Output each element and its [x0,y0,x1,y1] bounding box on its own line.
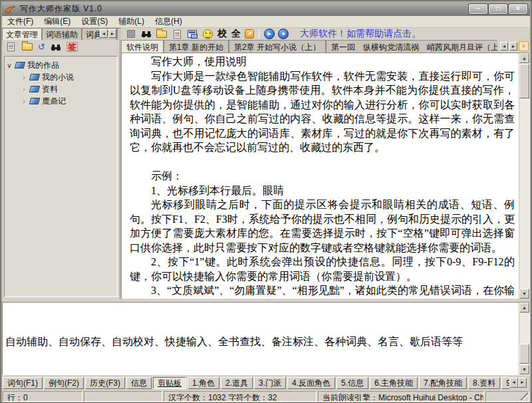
help-link[interactable]: 大师软件！如需帮助请点击。 [300,28,421,40]
stop-speech-icon[interactable]: ■ [278,29,289,39]
menu-settings[interactable]: 设置(S) [76,15,113,28]
open-folder-icon[interactable] [156,29,168,39]
doc-tab-software-manual[interactable]: 软件说明 [121,40,164,53]
refresh-icon[interactable]: ↺ [38,43,45,52]
hint-scrollbar[interactable]: ▲ ▼ [519,303,529,374]
book-icon [29,98,40,104]
tree-root-my-works[interactable]: ∨ 我的作品 [6,59,116,71]
tree-item-my-novel[interactable]: › 我的小说 [6,71,116,83]
maximize-button[interactable]: □ [489,4,507,14]
tab-toolbar-row: 文章管理 词语辅助 词典 F4 联 ◄ ► 校 全 ↗ ▶ ■ 大师软件！如需帮… [2,28,530,40]
shortcut-icon[interactable]: ↗ [245,29,254,39]
document-editor[interactable]: 写作大师，使用说明 写作大师是一款绿色智能辅助写作软件，软件无需安装，直接运行即… [121,53,530,299]
scrollbar-thumb[interactable] [519,344,529,364]
tree-item-materials[interactable]: › 资料 [6,83,116,95]
btab-7-support-skills[interactable]: 7.配角技能 [419,377,467,389]
window-title: 写作大师作家版 V1.0 [20,3,102,15]
play-speech-icon[interactable]: ▶ [264,29,275,39]
menu-file[interactable]: 文件(F) [2,15,39,28]
left-panel: ↺ 签 ∨ 我的作品 › 我的小说 › 资料 › [2,40,120,299]
tree-item-label: 鹿鼎记 [42,96,66,107]
sidebar-tabs-scroll-left-icon[interactable]: ◄ [100,29,108,38]
tree-root-label: 我的作品 [27,60,59,71]
tab-word-assist[interactable]: 词语辅助 [42,28,82,40]
new-document-icon[interactable] [5,42,17,53]
status-line-info: 行：0 [3,391,82,402]
doc-paragraph: 写作大师是一款绿色智能辅助写作软件，软件无需安装，直接运行即可，你可以复制到U盘… [130,69,515,155]
menu-assist[interactable]: 辅助(L) [113,15,150,28]
doc-paragraph: 1、光标移到本行最后。眼睛 [130,184,515,198]
book-icon [29,74,40,80]
menu-info[interactable]: 信息(H) [150,15,188,28]
minimize-button[interactable]: – [469,4,487,14]
btab-9-common[interactable]: 9.常用 [501,377,509,389]
doc-tab-chapter1[interactable]: 第1章 新的开始 [164,40,229,53]
status-char-counts: 汉字个数：1032 字符个数：32 [164,391,317,402]
tree-item-label: 我的小说 [42,72,74,83]
title-bar[interactable]: 写作大师作家版 V1.0 – □ × [2,2,530,16]
status-empty-panel [84,391,162,402]
document-tab-strip: 软件说明 第1章 新的开始 第2章 开始写小说（上） 第一回 纵横钩党清流祸 峭… [121,40,530,53]
tab-article-manage[interactable]: 文章管理 [2,28,42,40]
document-scrollbar[interactable]: ▲ ▼ [519,53,529,299]
btab-1-roles[interactable]: 1.角色 [188,377,219,389]
tree-collapsed-icon[interactable]: › [21,86,27,93]
menu-edit[interactable]: 编辑(E) [39,15,76,28]
tree-collapsed-icon[interactable]: › [21,74,27,81]
tree-expanded-icon[interactable]: ∨ [6,62,13,69]
doc-tab-hui1[interactable]: 第一回 纵横钩党清流祸 峭茜风期月旦评（上） [326,40,497,53]
btab-2-props[interactable]: 2.道具 [221,377,253,389]
status-bar: 行：0 汉字个数：1032 字符个数：32 当前朗读引擎：Microsoft H… [2,390,530,402]
window-panes-icon[interactable] [186,29,198,39]
find-binoculars-icon[interactable] [50,42,62,53]
bottom-tab-bar: 词句(F1) 例句(F2) 历史(F3) 信息 剪贴板 1.角色 2.道具 3.… [2,375,530,390]
btab-clipboard[interactable]: 剪贴板 [153,377,186,389]
btab-3-sects[interactable]: 3.门派 [254,377,286,389]
status-tts-engine: 当前朗读引擎：Microsoft Huihui Desktop - Chines… [318,391,484,402]
sign-stamp-icon[interactable]: 签 [66,42,78,52]
scroll-down-icon[interactable]: ▼ [519,289,529,299]
sidebar-tabs-scroll-right-icon[interactable]: ► [108,29,116,38]
doc-paragraph: 光标移到眼睛之后时，下面的提示区将会提示和眼睛相关的成语、短语、例句。按下F1、… [130,198,515,255]
proofread-button[interactable]: 校 [217,28,227,40]
btab-4-villains[interactable]: 4.反面角色 [287,377,335,389]
btab-info[interactable]: 信息 [126,377,152,389]
doc-tabs-scroll-right-icon[interactable]: ► [509,42,517,51]
tree-item-ludingji[interactable]: › 鹿鼎记 [6,95,116,107]
scroll-up-icon[interactable]: ▲ [519,303,529,313]
scroll-down-icon[interactable]: ▼ [519,364,529,374]
scroll-up-icon[interactable]: ▲ [519,53,529,63]
close-tab-icon[interactable]: × [519,41,529,51]
document-text[interactable]: 写作大师，使用说明 写作大师是一款绿色智能辅助写作软件，软件无需安装，直接运行即… [122,53,519,299]
btab-phrases-f1[interactable]: 词句(F1) [3,377,43,389]
doc-tab-chapter2[interactable]: 第2章 开始写小说（上） [229,40,326,53]
doc-paragraph: 2、按下“1”键。此时系统会弹出预设的快捷信息。同理，按下0-9、F9-F12的… [130,255,515,283]
placeholder-box-icon [125,29,137,39]
btab-examples-f2[interactable]: 例句(F2) [44,377,84,389]
btab-history-f3[interactable]: 历史(F3) [85,377,125,389]
works-tree: ∨ 我的作品 › 我的小说 › 资料 › 鹿鼎记 [4,56,118,297]
doc-paragraph: 3、“文质斌斌”、“勿庸置疑”、“相形见黜”，诸如此类的常见错误词语，在你输入的… [130,283,515,299]
bottom-tabs-scroll-right-icon[interactable]: ► [518,378,527,388]
btab-8-materials[interactable]: 8.资料 [468,377,500,389]
app-logo-icon [5,5,17,14]
tree-collapsed-icon[interactable]: › [21,98,27,105]
full-text-button[interactable]: 全 [231,28,241,40]
hint-text: 自动辅助、自动保存、自动校对、快捷输入、全书查找、备注标注、各种词典、名言、歇后… [3,303,519,374]
doc-blank-line [130,155,515,170]
doc-tabs-scroll-left-icon[interactable]: ◄ [500,42,508,51]
smiley-icon[interactable] [201,29,213,39]
notepad-icon[interactable] [171,29,183,39]
scrollbar-thumb[interactable] [519,64,529,98]
menu-bar: 文件(F) 编辑(E) 设置(S) 辅助(L) 信息(H) [2,16,530,28]
bottom-tabs-scroll-left-icon[interactable]: ◄ [509,378,518,388]
btab-6-hero-skills[interactable]: 6.主角技能 [370,377,418,389]
open-folder-icon[interactable] [21,42,33,53]
hint-panel[interactable]: 自动辅助、自动保存、自动校对、快捷输入、全书查找、备注标注、各种词典、名言、歇后… [2,302,530,375]
btab-5-info[interactable]: 5.信息 [336,377,368,389]
resize-grip[interactable] [520,392,528,400]
tab-lian-truncated[interactable]: 联 [117,28,121,40]
find-binoculars-icon[interactable] [140,29,152,39]
close-button[interactable]: × [509,4,527,14]
doc-paragraph: 示例： [130,169,515,184]
